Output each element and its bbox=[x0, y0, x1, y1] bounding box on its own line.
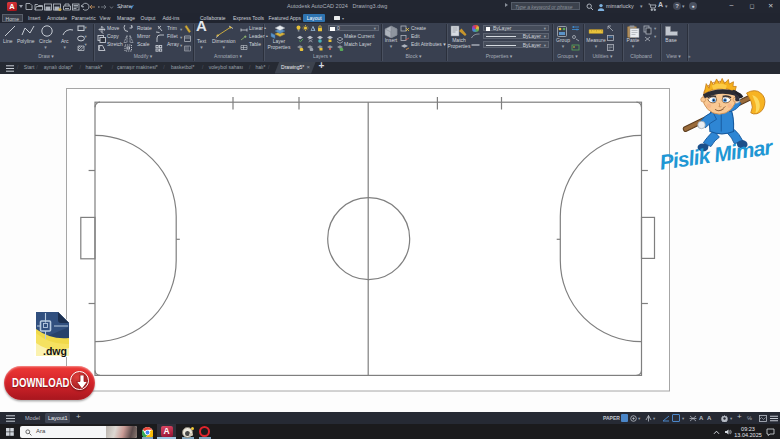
svg-text:.dwg: .dwg bbox=[43, 344, 67, 356]
